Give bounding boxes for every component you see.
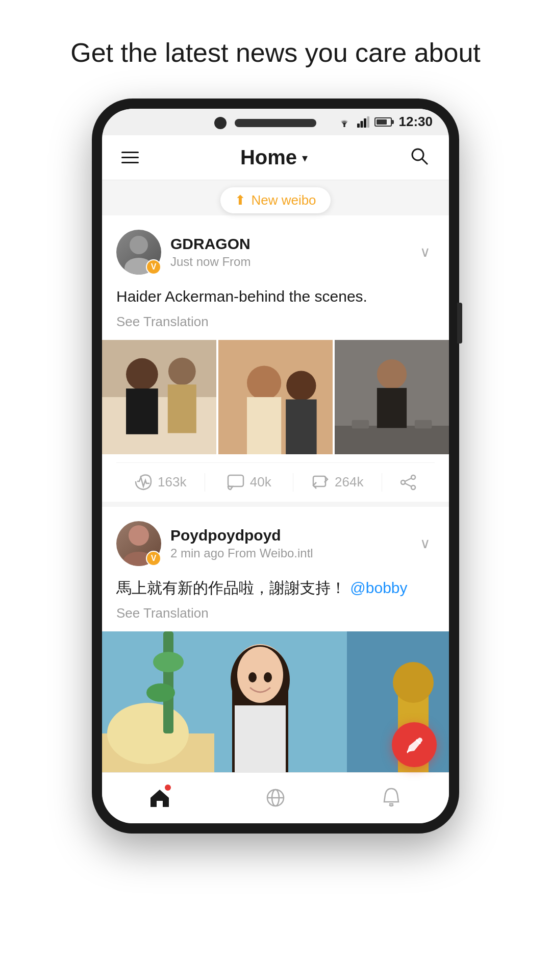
post-1-header: V GDRAGON Just now From ∨ xyxy=(116,230,435,275)
new-weibo-label: New weibo xyxy=(251,192,316,208)
svg-point-46 xyxy=(237,647,283,703)
svg-rect-14 xyxy=(168,384,196,433)
post-2-see-translation[interactable]: See Translation xyxy=(116,605,435,621)
post-1-image-grid xyxy=(102,340,449,454)
new-weibo-banner: ⬆ New weibo xyxy=(102,180,449,215)
explore-icon xyxy=(264,787,287,809)
svg-point-38 xyxy=(107,703,189,764)
post-1-repost-button[interactable]: 264k xyxy=(293,473,382,492)
hamburger-line-1 xyxy=(121,152,139,153)
svg-point-48 xyxy=(264,672,272,682)
post-1-image-2[interactable] xyxy=(218,340,333,454)
svg-point-0 xyxy=(343,125,345,127)
svg-line-6 xyxy=(422,159,428,164)
signal-icon xyxy=(357,116,369,128)
nav-title-area[interactable]: Home ▾ xyxy=(240,146,308,169)
search-button[interactable] xyxy=(404,141,435,174)
compose-fab-button[interactable] xyxy=(392,722,437,767)
bottom-nav-notifications[interactable] xyxy=(333,787,449,809)
like-icon xyxy=(134,473,153,492)
phone-screen: 12:30 Home ▾ xyxy=(102,109,449,823)
vip-badge-poyd: V xyxy=(146,551,161,566)
svg-point-41 xyxy=(393,662,434,703)
post-1-header-left: V GDRAGON Just now From xyxy=(116,230,251,275)
svg-point-13 xyxy=(168,357,196,385)
phone-frame: 12:30 Home ▾ xyxy=(92,99,459,834)
wifi-icon xyxy=(337,116,352,128)
post-1-comment-count: 40k xyxy=(250,474,271,490)
svg-rect-4 xyxy=(367,116,369,128)
post-1-meta: GDRAGON Just now From xyxy=(170,235,251,269)
svg-point-31 xyxy=(401,480,405,484)
avatar-poyd[interactable]: V xyxy=(116,521,161,566)
svg-point-52 xyxy=(146,683,175,702)
new-weibo-arrow-icon: ⬆ xyxy=(235,192,246,208)
svg-point-34 xyxy=(129,525,149,546)
svg-point-18 xyxy=(286,371,316,400)
post-2-mention[interactable]: @bobby xyxy=(350,579,407,596)
phone-camera xyxy=(214,117,227,129)
post-1-image-3[interactable] xyxy=(335,340,449,454)
post-1-image-1[interactable] xyxy=(102,340,216,454)
post-card-1: V GDRAGON Just now From ∨ Haider Ackerma xyxy=(102,215,449,502)
post-1-comment-button[interactable]: 40k xyxy=(205,473,293,492)
svg-rect-19 xyxy=(286,399,316,454)
bottom-nav-explore[interactable] xyxy=(218,787,334,809)
bottom-nav xyxy=(102,772,449,823)
svg-rect-49 xyxy=(235,705,286,772)
post-1-username: GDRAGON xyxy=(170,235,251,253)
svg-line-33 xyxy=(405,483,411,486)
post-2-header-left: V Poydpoydpoyd 2 min ago From Weibo.intl xyxy=(116,521,313,566)
post-1-action-bar: 163k 40k xyxy=(116,462,435,502)
page-headline: Get the latest news you care about xyxy=(40,36,511,70)
post-2-text: 馬上就有新的作品啦，謝謝支持！ @bobby xyxy=(116,576,435,599)
post-2-time: 2 min ago From Weibo.intl xyxy=(170,546,313,560)
post-1-repost-count: 264k xyxy=(335,474,363,490)
content-area[interactable]: ⬆ New weibo xyxy=(102,180,449,772)
svg-rect-17 xyxy=(247,397,281,454)
status-icons xyxy=(337,116,392,128)
dropdown-icon: ▾ xyxy=(302,152,308,165)
svg-rect-28 xyxy=(313,476,325,486)
bottom-nav-home[interactable] xyxy=(102,787,218,809)
avatar-gdragon[interactable]: V xyxy=(116,230,161,275)
post-1-text: Haider Ackerman-behind the scenes. xyxy=(116,285,435,308)
post-1-chevron-icon[interactable]: ∨ xyxy=(416,239,435,264)
svg-rect-27 xyxy=(228,475,243,486)
screen-inner: ⬆ New weibo xyxy=(102,180,449,823)
svg-line-32 xyxy=(405,478,411,481)
svg-rect-3 xyxy=(364,118,366,128)
svg-point-16 xyxy=(247,365,281,400)
top-nav: Home ▾ xyxy=(102,135,449,180)
bell-icon xyxy=(380,787,403,809)
svg-point-11 xyxy=(126,358,158,390)
svg-rect-2 xyxy=(360,121,363,128)
hamburger-line-3 xyxy=(121,162,139,163)
hamburger-button[interactable] xyxy=(116,146,144,168)
new-weibo-pill[interactable]: ⬆ New weibo xyxy=(220,187,330,213)
phone-speaker xyxy=(235,119,316,127)
svg-point-29 xyxy=(411,475,415,479)
phone-side-button xyxy=(457,303,462,344)
svg-point-47 xyxy=(248,672,257,682)
svg-rect-10 xyxy=(102,397,216,454)
post-1-time: Just now From xyxy=(170,255,251,269)
share-icon xyxy=(399,473,417,492)
post-1-see-translation[interactable]: See Translation xyxy=(116,314,435,330)
post-2-meta: Poydpoydpoyd 2 min ago From Weibo.intl xyxy=(170,527,313,560)
post-1-like-count: 163k xyxy=(158,474,186,490)
svg-rect-26 xyxy=(335,340,449,454)
comment-icon xyxy=(227,473,245,492)
svg-rect-12 xyxy=(126,388,158,434)
vip-badge-gdragon: V xyxy=(146,259,161,275)
post-1-like-button[interactable]: 163k xyxy=(116,473,205,492)
post-1-share-button[interactable] xyxy=(382,473,435,492)
post-2-chevron-icon[interactable]: ∨ xyxy=(416,531,435,556)
repost-icon xyxy=(311,473,330,492)
svg-point-7 xyxy=(130,236,148,254)
battery-icon xyxy=(374,117,392,127)
svg-line-55 xyxy=(407,752,408,753)
svg-rect-50 xyxy=(163,631,173,733)
svg-point-30 xyxy=(411,485,415,489)
svg-point-51 xyxy=(153,652,184,672)
